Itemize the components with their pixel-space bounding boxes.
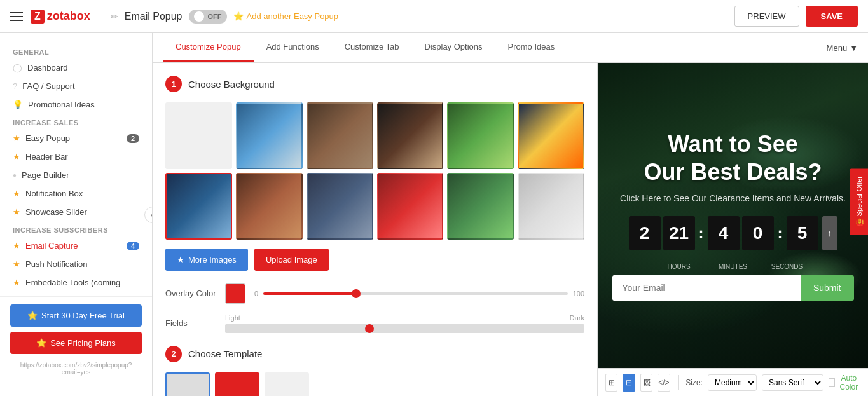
more-images-button[interactable]: ★ More Images bbox=[165, 249, 248, 271]
overlay-color-swatch[interactable] bbox=[225, 283, 245, 304]
bg-image-3[interactable] bbox=[307, 102, 373, 169]
sidebar-subs-label: INCREASE SUBSCRIBERS bbox=[0, 221, 152, 236]
preview-button[interactable]: PREVIEW bbox=[734, 6, 799, 27]
star-icon: ★ bbox=[13, 278, 20, 287]
sidebar-item-embedable[interactable]: ★ Embedable Tools (coming bbox=[0, 273, 152, 292]
star-icon: ★ bbox=[13, 241, 20, 250]
add-popup-button[interactable]: ⭐ Add another Easy Popup bbox=[233, 11, 339, 21]
tab-menu-button[interactable]: Menu ▼ bbox=[827, 43, 858, 53]
hamburger-menu[interactable] bbox=[10, 12, 23, 21]
sidebar-item-promo-ideas[interactable]: 💡 Promotional Ideas bbox=[0, 95, 152, 114]
preview-content: Want to See Our Best Deals? Click Here t… bbox=[600, 118, 867, 313]
star-icon: ★ bbox=[13, 207, 20, 217]
image-button[interactable]: 🖼 bbox=[640, 374, 652, 392]
trial-button[interactable]: ⭐ Start 30 Day Free Trial bbox=[10, 304, 142, 327]
content-split: 1 Choose Background bbox=[153, 63, 868, 396]
bg-image-9[interactable] bbox=[307, 173, 373, 240]
tabs-bar: Customize Popup Add Functions Customize … bbox=[153, 33, 868, 63]
bg-image-7[interactable] bbox=[165, 173, 232, 240]
sidebar-item-faq[interactable]: ? FAQ / Support bbox=[0, 77, 152, 95]
fields-light-label: Light bbox=[225, 314, 240, 322]
auto-color-button[interactable]: Auto Color bbox=[829, 374, 860, 392]
right-panel: Want to See Our Best Deals? Click Here t… bbox=[598, 63, 868, 396]
preview-toolbar: ⊞ ⊟ 🖼 </> Size: Medium Small Large Sans … bbox=[598, 368, 868, 396]
tab-customize-popup[interactable]: Customize Popup bbox=[163, 33, 254, 62]
fields-dark-label: Dark bbox=[570, 314, 584, 322]
template-3[interactable] bbox=[265, 372, 309, 396]
background-image-grid bbox=[165, 102, 584, 240]
sidebar-bottom: ⭐ Start 30 Day Free Trial ⭐ See Pricing … bbox=[0, 296, 152, 386]
colon-separator-1: : bbox=[699, 224, 704, 242]
star-icon: ★ bbox=[13, 133, 20, 143]
image-buttons: ★ More Images Upload Image bbox=[165, 249, 584, 271]
seconds-digit: 5 bbox=[787, 216, 818, 250]
header-actions: PREVIEW SAVE bbox=[734, 6, 858, 27]
save-button[interactable]: SAVE bbox=[806, 6, 858, 27]
popup-title: Email Popup bbox=[125, 11, 183, 22]
section1-header: 1 Choose Background bbox=[165, 76, 584, 92]
pricing-button[interactable]: ⭐ See Pricing Plans bbox=[10, 332, 142, 354]
upload-image-button[interactable]: Upload Image bbox=[254, 249, 329, 271]
bg-image-12[interactable] bbox=[518, 173, 584, 240]
sidebar: GENERAL ◯ Dashboard ? FAQ / Support 💡 Pr… bbox=[0, 33, 153, 396]
bg-image-5[interactable] bbox=[447, 102, 514, 169]
toggle-circle bbox=[194, 11, 204, 22]
sidebar-sales-label: INCREASE SALES bbox=[0, 114, 152, 129]
sidebar-item-dashboard[interactable]: ◯ Dashboard bbox=[0, 58, 152, 77]
overlay-max-label: 100 bbox=[573, 290, 584, 297]
countdown: 2 21 : 4 0 : 5 ↑ bbox=[612, 216, 854, 250]
star-icon: ★ bbox=[13, 189, 20, 198]
sidebar-item-email-capture[interactable]: ★ Email Capture 4 bbox=[0, 236, 152, 255]
bg-image-8[interactable] bbox=[236, 173, 303, 240]
sidebar-item-showcase[interactable]: ★ Showcase Slider bbox=[0, 203, 152, 221]
sidebar-item-header-bar[interactable]: ★ Header Bar bbox=[0, 147, 152, 166]
section2-title: Choose Template bbox=[188, 348, 262, 359]
overlay-color-control: Overlay Color 0 100 bbox=[165, 283, 584, 304]
toolbar-separator bbox=[678, 375, 679, 390]
email-input[interactable] bbox=[612, 275, 801, 301]
fields-slider[interactable] bbox=[225, 324, 584, 333]
sidebar-item-page-builder[interactable]: ● Page Builder bbox=[0, 166, 152, 184]
bg-image-4[interactable] bbox=[377, 102, 444, 169]
sidebar-item-notification[interactable]: ★ Notification Box bbox=[0, 184, 152, 203]
tab-display-options[interactable]: Display Options bbox=[411, 33, 495, 62]
overlay-min-label: 0 bbox=[254, 290, 258, 297]
code-button[interactable]: </> bbox=[658, 374, 670, 392]
sidebar-item-push-notification[interactable]: ★ Push Notification bbox=[0, 255, 152, 273]
easy-popup-badge: 2 bbox=[127, 134, 139, 143]
seconds-label: SECONDS bbox=[771, 263, 803, 270]
font-select[interactable]: Sans Serif Serif Monospace bbox=[762, 374, 823, 391]
size-select[interactable]: Medium Small Large bbox=[708, 374, 757, 391]
bg-image-2[interactable] bbox=[236, 102, 303, 169]
star-icon: ⭐ bbox=[233, 11, 244, 21]
star-icon: ★ bbox=[13, 259, 20, 269]
tab-promo-ideas[interactable]: Promo Ideas bbox=[495, 33, 568, 62]
tab-customize-tab[interactable]: Customize Tab bbox=[332, 33, 412, 62]
fields-label: Fields bbox=[165, 318, 216, 328]
grid-small-button[interactable]: ⊞ bbox=[605, 374, 617, 392]
submit-button[interactable]: Submit bbox=[801, 275, 854, 301]
tab-add-functions[interactable]: Add Functions bbox=[254, 33, 332, 62]
template-2[interactable] bbox=[215, 372, 259, 396]
grid-large-button[interactable]: ⊟ bbox=[623, 374, 635, 392]
sidebar-item-easy-popup[interactable]: ★ Easy Popup 2 bbox=[0, 129, 152, 147]
hours-ones: 21 bbox=[663, 216, 695, 250]
menu-label: Menu bbox=[827, 43, 848, 53]
bg-image-11[interactable] bbox=[447, 173, 514, 240]
template-1[interactable] bbox=[165, 372, 210, 396]
bg-image-1[interactable] bbox=[165, 102, 232, 169]
section2-header: 2 Choose Template bbox=[165, 346, 584, 362]
app-logo: Z zotabox bbox=[31, 10, 90, 24]
colon-separator-2: : bbox=[778, 224, 783, 242]
bg-image-10[interactable] bbox=[377, 173, 444, 240]
email-capture-badge: 4 bbox=[127, 242, 139, 250]
overlay-slider[interactable] bbox=[263, 292, 568, 295]
minutes-ones: 0 bbox=[742, 216, 774, 250]
upload-image-label: Upload Image bbox=[266, 255, 317, 264]
overlay-color-label: Overlay Color bbox=[165, 289, 216, 298]
bg-image-6[interactable] bbox=[518, 102, 584, 169]
section1-number: 1 bbox=[165, 76, 182, 92]
logo-text: zotabox bbox=[47, 10, 90, 23]
left-panel: 1 Choose Background bbox=[153, 63, 598, 396]
toggle-switch[interactable]: OFF bbox=[189, 10, 227, 24]
